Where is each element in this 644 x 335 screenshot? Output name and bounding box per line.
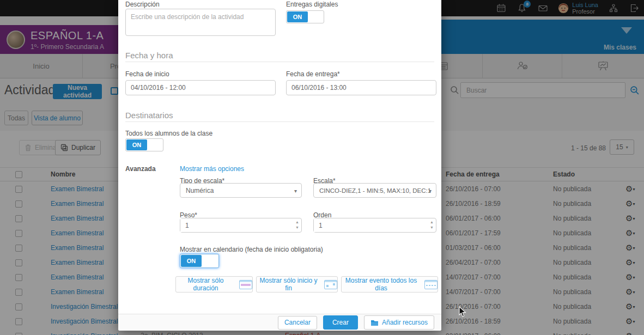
- create-button[interactable]: Crear: [323, 315, 358, 330]
- mouse-cursor: [459, 306, 467, 320]
- divider: [125, 121, 434, 122]
- divider: [125, 62, 434, 62]
- description-label: Descripción: [125, 1, 160, 8]
- section-fecha-y-hora: Fecha y hora: [125, 51, 173, 60]
- more-options-link[interactable]: Mostrar más opciones: [180, 165, 244, 173]
- section-destinatarios: Destinatarios: [125, 111, 173, 120]
- cancel-button[interactable]: Cancelar: [278, 316, 317, 330]
- scale-type-select[interactable]: Numérica▾: [180, 183, 302, 198]
- show-calendar-label: Mostrar en calendario (fecha de inicio o…: [180, 246, 323, 253]
- due-date-label: Fecha de entrega*: [286, 70, 340, 78]
- spinner-arrows: ▲▼: [295, 220, 299, 230]
- description-textarea[interactable]: [125, 9, 276, 36]
- calendar-duration-icon: [239, 280, 252, 289]
- folder-icon: [370, 319, 379, 326]
- calendar-every-day-icon: [424, 280, 438, 289]
- show-every-day-button[interactable]: Mostrar evento todos los días: [341, 276, 438, 293]
- order-stepper[interactable]: ▲▼: [313, 218, 436, 233]
- app-window: 8 Luis Luna Profesor ES: [0, 0, 644, 335]
- start-date-label: Fecha de inicio: [125, 70, 169, 78]
- digital-delivery-label: Entregas digitales: [286, 1, 338, 8]
- advanced-label: Avanzada: [125, 165, 156, 173]
- start-date-input[interactable]: [125, 80, 276, 95]
- digital-delivery-toggle[interactable]: ON: [286, 10, 324, 23]
- due-date-input[interactable]: [286, 80, 436, 95]
- show-calendar-toggle[interactable]: ON: [180, 254, 219, 268]
- calendar-start-end-icon: [324, 280, 337, 289]
- add-resources-button[interactable]: Añadir recursos: [364, 315, 434, 330]
- all-students-label: Todos los alumnos de la clase: [125, 130, 212, 137]
- spinner-arrows: ▲▼: [430, 220, 434, 230]
- caret-down-icon: ▾: [429, 188, 432, 194]
- caret-down-icon: ▾: [294, 188, 297, 194]
- show-start-end-button[interactable]: Mostrar sólo inicio y fin: [256, 276, 338, 293]
- weight-stepper[interactable]: ▲▼: [180, 218, 302, 233]
- modal-footer: Cancelar Crear Añadir recursos: [118, 314, 441, 331]
- all-students-toggle[interactable]: ON: [125, 138, 163, 151]
- show-duration-button[interactable]: Mostrar sólo duración: [175, 276, 253, 293]
- scale-select[interactable]: CINCO-DIEZ,1 - MIN:5, MAX:10, DEC:1▾: [313, 183, 436, 198]
- new-activity-modal: Descripción Entregas digitales ON Fecha …: [118, 0, 441, 331]
